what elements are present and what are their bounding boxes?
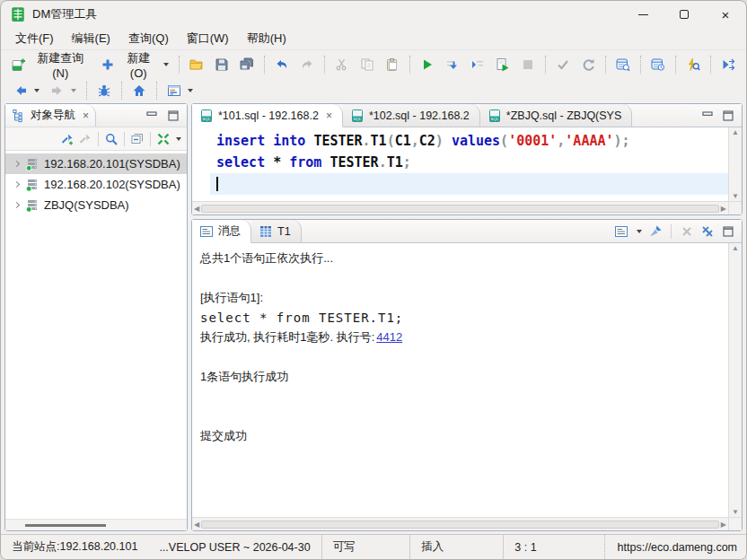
- new-query-button[interactable]: 新建查询(N): [6, 47, 95, 83]
- execute-script-button[interactable]: [490, 54, 515, 75]
- message-options-icon[interactable]: [614, 224, 628, 239]
- close-button[interactable]: ×: [705, 1, 746, 28]
- back-history-arrow-icon[interactable]: [34, 89, 40, 92]
- editor-hscrollbar[interactable]: ◀▶: [192, 202, 728, 214]
- scroll-up-icon[interactable]: ▲: [732, 244, 739, 252]
- editor-tab[interactable]: SQL*102.sql - 192.168.2: [343, 104, 480, 127]
- collapse-tree-icon[interactable]: [156, 132, 171, 146]
- stop-button[interactable]: [515, 54, 540, 75]
- navigator-view-tab[interactable]: 对象导航 ×: [5, 104, 96, 127]
- editor-vscrollbar[interactable]: ▲▼: [728, 127, 742, 201]
- expand-chevron-icon[interactable]: [10, 199, 22, 212]
- debug-button[interactable]: [92, 80, 117, 101]
- editor-minimize-icon[interactable]: [700, 109, 715, 123]
- output-tab-messages[interactable]: 消息: [192, 220, 251, 243]
- window-layout-dropdown-icon[interactable]: [188, 89, 193, 92]
- editor-group: SQL*101.sql - 192.168.2×SQL*102.sql - 19…: [191, 103, 743, 215]
- menu-item[interactable]: 帮助(H): [238, 28, 295, 49]
- sql-file-icon: SQL: [199, 109, 214, 123]
- navigator-hscroll-thumb[interactable]: [25, 524, 106, 527]
- open-file-button[interactable]: [184, 54, 209, 75]
- content-area: 对象导航 × 192.168.20.101(SYSDBA)192.: [1, 102, 746, 534]
- scroll-down-icon[interactable]: ▼: [732, 192, 739, 200]
- navigator-close-icon[interactable]: ×: [83, 109, 89, 122]
- scroll-right-icon[interactable]: ▶: [721, 521, 726, 529]
- clear-messages-icon[interactable]: [648, 224, 663, 239]
- query-plan-button[interactable]: [611, 54, 636, 75]
- rollback-button[interactable]: [576, 54, 601, 75]
- maximize-button[interactable]: [664, 1, 705, 28]
- expand-chevron-icon[interactable]: [10, 179, 22, 191]
- output-hscroll-thumb[interactable]: [201, 521, 719, 529]
- editor-tab[interactable]: SQL*ZBJQ.sql - ZBJQ(SYS: [480, 104, 633, 127]
- editor-hscroll-thumb[interactable]: [201, 205, 719, 213]
- undo-button[interactable]: [269, 54, 294, 75]
- tree-item[interactable]: 192.168.20.101(SYSDBA): [5, 153, 187, 174]
- message-line: 1条语句执行成功: [200, 367, 720, 387]
- sql-file-icon: SQL: [350, 109, 365, 123]
- status-url-link[interactable]: https://eco.dameng.com: [604, 535, 746, 559]
- output-maximize-icon[interactable]: [721, 224, 735, 239]
- output-hscrollbar[interactable]: ◀▶: [192, 518, 728, 530]
- output-vscrollbar[interactable]: ▲▼: [728, 243, 742, 517]
- paste-button[interactable]: [380, 54, 405, 75]
- execution-id-link[interactable]: 4412: [376, 330, 402, 344]
- window-layout-button[interactable]: [162, 80, 198, 101]
- continue-execution-icon: [721, 57, 735, 72]
- home-button[interactable]: [127, 80, 152, 101]
- tab-close-icon[interactable]: ×: [326, 109, 332, 122]
- close-all-results-icon[interactable]: [700, 224, 715, 239]
- redo-button[interactable]: [294, 54, 320, 75]
- lightning-search-icon: [686, 57, 700, 72]
- search-icon[interactable]: [104, 132, 119, 146]
- main-area: SQL*101.sql - 192.168.2×SQL*102.sql - 19…: [191, 103, 743, 531]
- scroll-right-icon[interactable]: ▶: [721, 205, 726, 213]
- cut-button[interactable]: [330, 54, 355, 75]
- commit-button[interactable]: [550, 54, 576, 75]
- view-menu-arrow-icon[interactable]: [176, 137, 181, 141]
- execute-current-button[interactable]: [440, 54, 465, 75]
- message-line: 提交成功: [200, 426, 720, 446]
- editor-tab[interactable]: SQL*101.sql - 192.168.2×: [192, 104, 343, 127]
- expand-chevron-icon[interactable]: [10, 158, 22, 171]
- continue-execution-button[interactable]: [716, 54, 741, 75]
- scroll-down-icon[interactable]: ▼: [732, 508, 739, 516]
- save-all-button[interactable]: [234, 54, 259, 75]
- schedule-button[interactable]: [646, 54, 671, 75]
- svg-text:SQL: SQL: [354, 117, 362, 121]
- menu-item[interactable]: 窗口(W): [178, 28, 238, 49]
- sql-editor[interactable]: insert into TESTER.T1(C1,C2) values('000…: [192, 127, 742, 201]
- message-options-arrow-icon[interactable]: [637, 230, 642, 233]
- server-connection-icon: [25, 157, 40, 171]
- new-dropdown-arrow-icon[interactable]: [163, 63, 169, 66]
- status-caret-position: 3 : 1: [504, 535, 603, 559]
- code-area[interactable]: insert into TESTER.T1(C1,C2) values('000…: [210, 127, 728, 201]
- message-console: 总共1个语句正依次执行... [执行语句1]:select * from TES…: [192, 243, 728, 517]
- minimize-button[interactable]: [622, 1, 664, 28]
- back-button[interactable]: [8, 80, 45, 101]
- scroll-left-icon[interactable]: ◀: [194, 205, 199, 213]
- step-execute-button[interactable]: [465, 54, 490, 75]
- navigator-hscrollbar[interactable]: [5, 519, 187, 530]
- tree-item[interactable]: ZBJQ(SYSDBA): [5, 195, 187, 215]
- tree-item[interactable]: 192.168.20.102(SYSDBA): [5, 174, 187, 195]
- collapse-all-icon[interactable]: [130, 132, 145, 146]
- editor-tab-label: *102.sql - 192.168.2: [369, 109, 470, 122]
- panel-maximize-icon[interactable]: [166, 109, 180, 123]
- close-result-icon[interactable]: [680, 224, 694, 239]
- scroll-left-icon[interactable]: ◀: [194, 521, 199, 529]
- scroll-up-icon[interactable]: ▲: [732, 128, 739, 136]
- forward-button[interactable]: [45, 80, 82, 101]
- execute-button[interactable]: [415, 54, 440, 75]
- copy-button[interactable]: [355, 54, 380, 75]
- panel-minimize-icon[interactable]: [145, 109, 159, 123]
- save-button[interactable]: [209, 54, 234, 75]
- quick-search-button[interactable]: [681, 54, 706, 75]
- forward-history-arrow-icon[interactable]: [71, 89, 76, 92]
- new-button[interactable]: 新建(O): [95, 47, 174, 83]
- new-connection-icon[interactable]: [60, 132, 75, 146]
- editor-maximize-icon[interactable]: [721, 109, 735, 123]
- output-tab-result[interactable]: T1: [251, 220, 302, 242]
- disconnect-icon[interactable]: [78, 132, 92, 146]
- step-execute-icon: [470, 57, 485, 72]
